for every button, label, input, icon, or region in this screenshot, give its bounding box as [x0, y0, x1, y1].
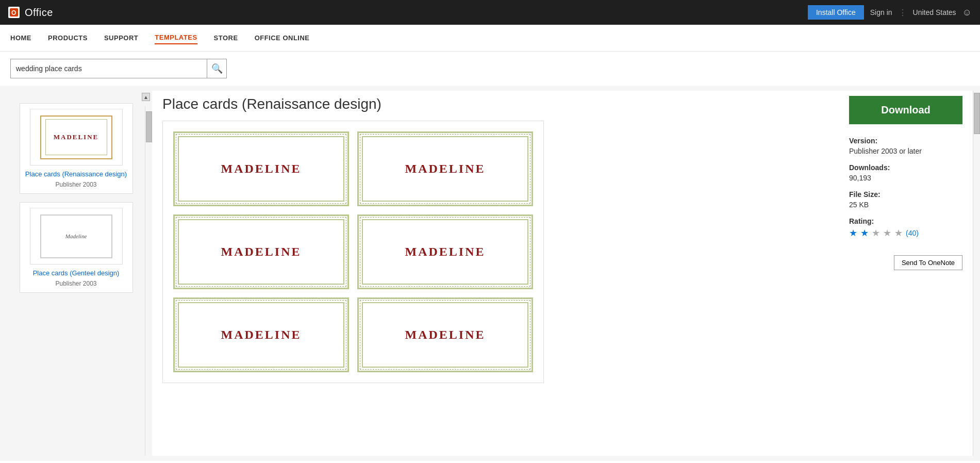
right-panel: Download Version: Publisher 2003 or late…: [839, 91, 973, 456]
search-icon: 🔍: [211, 63, 223, 74]
sidebar-sub-renaissance: Publisher 2003: [25, 181, 127, 188]
nav-office-online[interactable]: OFFICE ONLINE: [255, 32, 310, 44]
sidebar-scroll-up: ▲: [0, 91, 152, 101]
top-bar: O Office Install Office Sign in ⋮ United…: [0, 0, 980, 25]
divider-icon: ⋮: [899, 8, 907, 18]
thumb-name-genteel: Madeline: [65, 233, 87, 239]
country-link[interactable]: United States: [913, 8, 956, 16]
place-card-inner-2: MADELINE: [362, 136, 528, 202]
thumb-inner-genteel: Madeline: [40, 214, 112, 258]
sidebar-item-renaissance[interactable]: MADELINE Place cards (Renaissance design…: [20, 103, 133, 194]
place-card-1: MADELINE: [173, 131, 349, 206]
scroll-up-button[interactable]: ▲: [142, 93, 150, 101]
nav-products[interactable]: PRODUCTS: [48, 32, 88, 44]
office-title: Office: [25, 7, 53, 19]
nav-store[interactable]: STORE: [214, 32, 238, 44]
thumb-name-renaissance: MADELINE: [54, 133, 99, 141]
sidebar-scrollbar: [145, 106, 152, 456]
place-card-2: MADELINE: [357, 131, 533, 206]
place-card-name-4: MADELINE: [405, 245, 485, 259]
version-label: Version:: [849, 137, 962, 145]
star-2: ★: [860, 227, 869, 239]
top-bar-right: Install Office Sign in ⋮ United States ☺: [808, 5, 972, 20]
place-card-inner-5: MADELINE: [178, 302, 344, 368]
place-card-4: MADELINE: [357, 214, 533, 289]
downloads-label: Downloads:: [849, 163, 962, 172]
sidebar-items-list: MADELINE Place cards (Renaissance design…: [0, 101, 152, 303]
svg-text:O: O: [11, 9, 16, 16]
download-button[interactable]: Download: [849, 96, 962, 124]
main-area: Place cards (Renaissance design) MADELIN…: [152, 91, 839, 456]
sidebar-item-genteel[interactable]: Madeline Place cards (Genteel design) Pu…: [20, 202, 133, 293]
signin-link[interactable]: Sign in: [870, 8, 892, 16]
place-card-inner-1: MADELINE: [178, 136, 344, 202]
star-3: ★: [872, 227, 880, 239]
place-card-5: MADELINE: [173, 297, 349, 372]
top-bar-left: O Office: [8, 7, 53, 19]
office-logo: O: [8, 7, 20, 18]
main-scrollbar: [973, 91, 980, 456]
rating-count[interactable]: (40): [906, 229, 919, 237]
send-to-onenote-button[interactable]: Send To OneNote: [894, 255, 962, 270]
nav-templates[interactable]: TEMPLATES: [155, 31, 197, 44]
meta-downloads: Downloads: 90,193: [849, 163, 962, 182]
main-nav: HOME PRODUCTS SUPPORT TEMPLATES STORE OF…: [0, 25, 980, 52]
sidebar-thumb-renaissance: MADELINE: [30, 109, 123, 166]
meta-rating: Rating: ★ ★ ★ ★ ★ (40): [849, 217, 962, 239]
star-5: ★: [894, 227, 903, 239]
place-card-name-2: MADELINE: [405, 162, 485, 176]
rating-label: Rating:: [849, 217, 962, 225]
place-card-name-3: MADELINE: [221, 245, 301, 259]
sidebar-label-genteel: Place cards (Genteel design): [25, 269, 127, 278]
content-area: ▲ MADELINE Place cards (Renaissance desi…: [0, 86, 980, 461]
star-1: ★: [849, 227, 857, 239]
nav-home[interactable]: HOME: [10, 32, 31, 44]
filesize-label: File Size:: [849, 190, 962, 199]
place-card-3: MADELINE: [173, 214, 349, 289]
place-card-inner-4: MADELINE: [362, 219, 528, 285]
place-card-name-6: MADELINE: [405, 328, 485, 342]
install-office-button[interactable]: Install Office: [808, 5, 864, 20]
sidebar-scrollbar-thumb[interactable]: [146, 111, 152, 142]
thumb-inner-renaissance: MADELINE: [40, 115, 112, 159]
nav-support[interactable]: SUPPORT: [104, 32, 138, 44]
smiley-icon[interactable]: ☺: [962, 7, 972, 18]
place-card-name-5: MADELINE: [221, 328, 301, 342]
main-scrollbar-thumb[interactable]: [974, 93, 980, 134]
search-button[interactable]: 🔍: [207, 59, 226, 78]
place-card-6: MADELINE: [357, 297, 533, 372]
template-title: Place cards (Renaissance design): [162, 96, 828, 112]
place-card-inner-3: MADELINE: [178, 219, 344, 285]
downloads-value: 90,193: [849, 174, 962, 182]
star-4: ★: [883, 227, 891, 239]
sidebar: ▲ MADELINE Place cards (Renaissance desi…: [0, 91, 152, 456]
thumb-inner-2-renaissance: MADELINE: [45, 119, 107, 155]
version-value: Publisher 2003 or later: [849, 147, 962, 155]
sidebar-label-renaissance: Place cards (Renaissance design): [25, 170, 127, 179]
meta-version: Version: Publisher 2003 or later: [849, 137, 962, 155]
search-bar: 🔍: [10, 59, 227, 78]
filesize-value: 25 KB: [849, 201, 962, 209]
stars-row: ★ ★ ★ ★ ★ (40): [849, 227, 962, 239]
meta-filesize: File Size: 25 KB: [849, 190, 962, 209]
thumb-inner-2-genteel: Madeline: [45, 218, 107, 254]
sidebar-sub-genteel: Publisher 2003: [25, 280, 127, 287]
template-preview: MADELINE MADELINE MADELINE MADELINE: [162, 121, 544, 383]
search-bar-container: 🔍: [0, 52, 980, 86]
place-card-name-1: MADELINE: [221, 162, 301, 176]
place-card-inner-6: MADELINE: [362, 302, 528, 368]
search-input[interactable]: [11, 64, 207, 73]
sidebar-thumb-genteel: Madeline: [30, 208, 123, 264]
